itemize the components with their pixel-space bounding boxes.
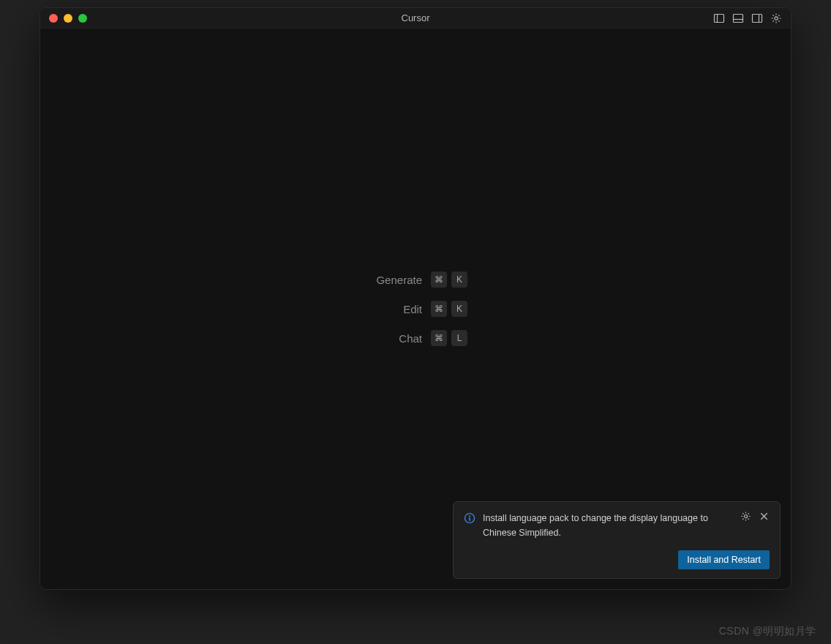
toggle-secondary-sidebar-icon[interactable] [751,12,763,24]
editor-area: Generate ⌘ K Edit ⌘ K Chat ⌘ L [40,29,791,589]
svg-rect-2 [734,14,743,22]
svg-point-8 [469,515,470,517]
key-cmd: ⌘ [431,330,447,346]
shortcut-keys: ⌘ K [431,272,467,288]
svg-point-10 [744,514,747,517]
svg-rect-0 [715,14,724,22]
shortcut-label: Chat [364,332,422,345]
key-cmd: ⌘ [431,272,447,288]
titlebar-right-controls [713,12,782,24]
minimize-window-button[interactable] [64,14,72,23]
language-pack-notification: Install language pack to change the disp… [453,501,781,579]
shortcut-chat: Chat ⌘ L [364,330,467,346]
notification-message: Install language pack to change the disp… [483,511,733,540]
shortcut-label: Edit [364,303,422,315]
window-title: Cursor [401,12,429,23]
key-letter: K [451,301,467,317]
shortcut-label: Generate [364,274,422,286]
app-window: Cursor Generate ⌘ K [40,7,791,590]
svg-rect-9 [469,517,470,521]
notification-header: Install language pack to change the disp… [464,511,770,540]
notification-close-icon[interactable] [759,511,770,525]
notification-settings-icon[interactable] [740,511,751,525]
titlebar: Cursor [40,8,791,29]
shortcut-keys: ⌘ L [431,330,467,346]
shortcut-edit: Edit ⌘ K [364,301,467,317]
watermark: CSDN @明明如月学 [719,625,816,638]
key-letter: L [451,330,467,346]
shortcut-keys: ⌘ K [431,301,467,317]
settings-gear-icon[interactable] [770,12,782,24]
toggle-panel-icon[interactable] [732,12,744,24]
svg-point-6 [775,16,778,19]
window-controls [49,14,87,23]
toggle-primary-sidebar-icon[interactable] [713,12,725,24]
svg-rect-4 [753,14,762,22]
maximize-window-button[interactable] [78,14,87,23]
key-cmd: ⌘ [431,301,447,317]
install-and-restart-button[interactable]: Install and Restart [678,550,770,569]
key-letter: K [451,272,467,288]
notification-controls [740,511,770,525]
welcome-shortcuts: Generate ⌘ K Edit ⌘ K Chat ⌘ L [364,272,467,346]
notification-actions: Install and Restart [464,550,770,569]
close-window-button[interactable] [49,14,58,23]
shortcut-generate: Generate ⌘ K [364,272,467,288]
info-icon [464,512,475,524]
